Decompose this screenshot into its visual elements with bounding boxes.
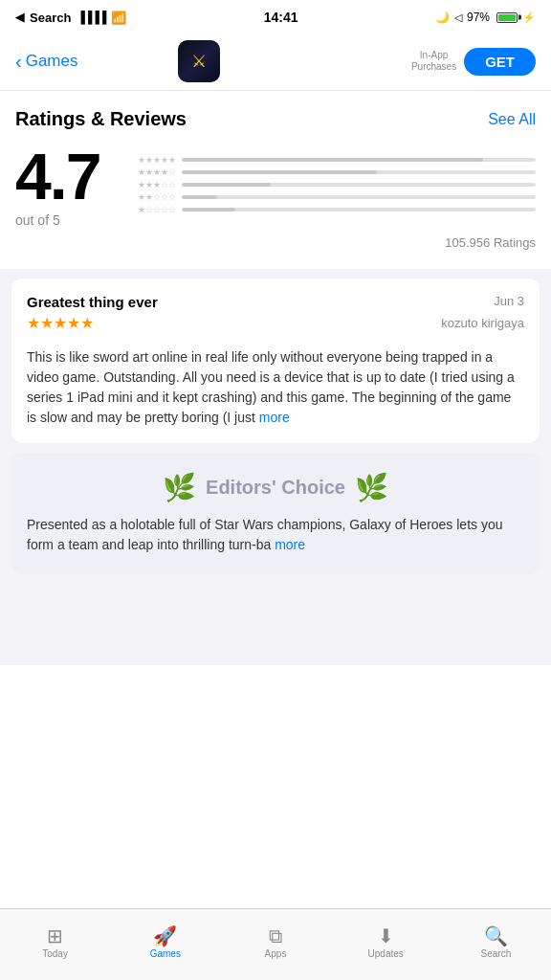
wifi-icon: 📶 xyxy=(111,11,126,25)
review-title: Greatest thing ever xyxy=(27,294,158,310)
bar-fill-1 xyxy=(182,208,235,212)
bar-fill-5 xyxy=(182,158,483,162)
tab-bar: ⊞ Today 🚀 Games ⧉ Apps ⬇ Updates 🔍 Searc… xyxy=(0,908,551,980)
tab-games[interactable]: 🚀 Games xyxy=(110,926,220,959)
out-of-label: out of 5 xyxy=(15,212,60,228)
battery-icon xyxy=(496,12,518,23)
editors-choice-body: Presented as a holotable full of Star Wa… xyxy=(27,515,524,555)
star-row-1: ★☆☆☆☆ xyxy=(126,205,536,214)
stars-2: ★★☆☆☆ xyxy=(126,192,176,202)
bar-bg-5 xyxy=(182,158,536,162)
stars-4: ★★★★☆ xyxy=(126,167,176,177)
review-date: Jun 3 xyxy=(494,294,524,308)
star-row-3: ★★★☆☆ xyxy=(126,180,536,189)
laurel-left-icon: 🌿 xyxy=(163,472,196,503)
tab-today[interactable]: ⊞ Today xyxy=(0,926,110,959)
battery-percent: 97% xyxy=(467,11,490,24)
tab-apps[interactable]: ⧉ Apps xyxy=(220,926,330,959)
in-app-purchases-label: In-App Purchases xyxy=(411,50,456,73)
bar-bg-3 xyxy=(182,183,536,187)
search-icon: 🔍 xyxy=(484,926,508,946)
back-button[interactable]: ‹ Games xyxy=(15,52,77,71)
bar-fill-4 xyxy=(182,170,377,174)
moon-icon: 🌙 xyxy=(435,11,450,24)
bolt-icon: ⚡ xyxy=(522,11,536,24)
chevron-left-icon: ‹ xyxy=(15,52,22,71)
updates-icon: ⬇ xyxy=(378,926,394,946)
apps-icon: ⧉ xyxy=(269,926,282,946)
tab-updates[interactable]: ⬇ Updates xyxy=(331,926,441,959)
nav-right-actions: In-App Purchases GET xyxy=(411,48,536,76)
nav-bar: ‹ Games In-App Purchases GET xyxy=(0,33,551,91)
stars-1: ★☆☆☆☆ xyxy=(126,205,176,214)
review-more-link[interactable]: more xyxy=(259,410,290,425)
ratings-content: 4.7 out of 5 ★★★★★ ★★★★☆ ★★★☆☆ xyxy=(15,144,536,228)
back-indicator: ◀ xyxy=(15,11,24,24)
bar-bg-1 xyxy=(182,208,536,212)
back-label: Games xyxy=(26,52,78,71)
status-bar: ◀ Search ▐▐▐▐ 📶 14:41 🌙 ◁ 97% ⚡ xyxy=(0,0,551,33)
tab-apps-label: Apps xyxy=(265,948,287,959)
bar-fill-3 xyxy=(182,183,271,187)
review-author: kozuto kirigaya xyxy=(441,316,524,330)
review-body: This is like sword art online in real li… xyxy=(27,347,524,428)
status-left: ◀ Search ▐▐▐▐ 📶 xyxy=(15,11,126,25)
app-icon-image xyxy=(178,40,220,82)
ratings-header: Ratings & Reviews See All xyxy=(15,108,536,130)
big-rating-number: 4.7 xyxy=(15,144,100,209)
ratings-count: 105.956 Ratings xyxy=(15,235,536,250)
tab-updates-label: Updates xyxy=(368,948,404,959)
games-icon: 🚀 xyxy=(153,926,177,946)
status-right: 🌙 ◁ 97% ⚡ xyxy=(435,11,536,24)
bar-bg-4 xyxy=(182,170,536,174)
get-button[interactable]: GET xyxy=(464,48,536,76)
star-row-2: ★★☆☆☆ xyxy=(126,192,536,202)
ratings-title: Ratings & Reviews xyxy=(15,108,187,130)
tab-search-label: Search xyxy=(481,948,512,959)
status-time: 14:41 xyxy=(264,10,298,25)
editors-choice-header: 🌿 Editors' Choice 🌿 xyxy=(27,472,524,503)
see-all-link[interactable]: See All xyxy=(488,111,536,128)
tab-games-label: Games xyxy=(150,948,181,959)
stars-5: ★★★★★ xyxy=(126,155,176,165)
main-content: Ratings & Reviews See All 4.7 out of 5 ★… xyxy=(0,91,551,665)
star-row-4: ★★★★☆ xyxy=(126,167,536,177)
laurel-right-icon: 🌿 xyxy=(355,472,388,503)
big-rating: 4.7 out of 5 xyxy=(15,144,111,228)
tab-today-label: Today xyxy=(42,948,68,959)
bar-fill-2 xyxy=(182,195,217,199)
location-icon: ◁ xyxy=(454,11,462,24)
status-app-name: Search xyxy=(30,11,71,25)
review-header: Greatest thing ever Jun 3 xyxy=(27,294,524,310)
review-card: Greatest thing ever Jun 3 ★★★★★ kozuto k… xyxy=(11,278,540,443)
stars-bars: ★★★★★ ★★★★☆ ★★★☆☆ xyxy=(126,155,536,217)
signal-bars: ▐▐▐▐ xyxy=(77,11,105,24)
ratings-section: Ratings & Reviews See All 4.7 out of 5 ★… xyxy=(0,91,551,269)
star-row-5: ★★★★★ xyxy=(126,155,536,165)
bar-bg-2 xyxy=(182,195,536,199)
review-stars: ★★★★★ xyxy=(27,314,94,332)
editors-more-link[interactable]: more xyxy=(275,537,305,552)
app-icon xyxy=(178,40,220,82)
editors-choice-card: 🌿 Editors' Choice 🌿 Presented as a holot… xyxy=(11,453,540,574)
editors-choice-title: Editors' Choice xyxy=(206,477,345,499)
today-icon: ⊞ xyxy=(47,926,63,946)
tab-search[interactable]: 🔍 Search xyxy=(441,926,551,959)
stars-3: ★★★☆☆ xyxy=(126,180,176,189)
